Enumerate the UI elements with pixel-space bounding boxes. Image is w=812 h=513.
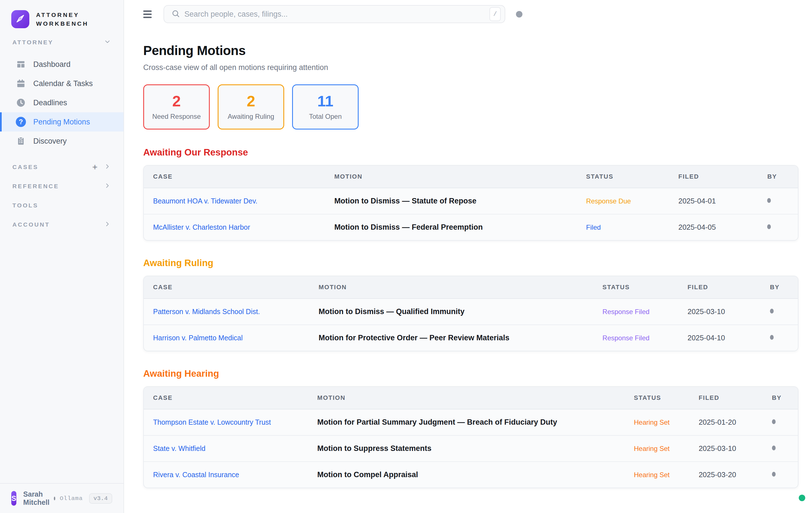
awaiting-ruling-table: CASE MOTION STATUS FILED BY Patterson v.… xyxy=(143,276,799,351)
case-link[interactable]: McAllister v. Charleston Harbor xyxy=(153,223,250,231)
section-heading-awaiting-response: Awaiting Our Response xyxy=(143,147,799,158)
motion-title: Motion to Dismiss — Federal Preemption xyxy=(335,223,483,232)
column-header-status: STATUS xyxy=(593,276,678,299)
sidebar-item-label: Calendar & Tasks xyxy=(33,79,93,88)
table-row[interactable]: Beaumont HOA v. Tidewater Dev. Motion to… xyxy=(144,188,798,214)
clipboard-icon xyxy=(16,136,26,146)
sidebar-item-label: Deadlines xyxy=(33,99,67,107)
sidebar-item-label: Pending Motions xyxy=(33,118,90,127)
table-row[interactable]: McAllister v. Charleston Harbor Motion t… xyxy=(144,214,798,240)
sidebar-nav: Dashboard Calendar & Tasks Deadlines xyxy=(0,55,123,151)
motion-title: Motion to Suppress Statements xyxy=(317,444,431,453)
table-row[interactable]: Rivera v. Coastal Insurance Motion to Co… xyxy=(144,462,798,488)
sidebar-item-pending-motions[interactable]: ? Pending Motions xyxy=(0,112,123,132)
main-content: / Pending Motions Cross-case view of all… xyxy=(124,0,812,513)
search-icon xyxy=(171,9,180,19)
sidebar-item-dashboard[interactable]: Dashboard xyxy=(0,55,123,74)
group-label: REFERENCE xyxy=(12,183,59,190)
app-name: ATTORNEY WORKBENCH xyxy=(36,10,89,28)
app-logo xyxy=(11,10,29,28)
stat-value: 2 xyxy=(172,93,181,109)
hamburger-menu-icon[interactable] xyxy=(143,10,152,18)
chevron-right-icon[interactable] xyxy=(104,220,111,229)
chevron-right-icon[interactable] xyxy=(104,163,111,171)
column-header-motion: MOTION xyxy=(309,276,593,299)
column-header-by: BY xyxy=(758,166,798,188)
motion-title: Motion to Dismiss — Statute of Repose xyxy=(335,197,476,205)
plus-icon[interactable]: + xyxy=(92,163,97,171)
stat-label: Need Response xyxy=(152,113,201,120)
column-header-case: CASE xyxy=(144,387,308,409)
status-badge: Response Due xyxy=(586,197,631,205)
case-link[interactable]: Patterson v. Midlands School Dist. xyxy=(153,307,260,316)
sidebar-item-discovery[interactable]: Discovery xyxy=(0,132,123,151)
stat-card-need-response[interactable]: 2 Need Response xyxy=(143,84,210,130)
sidebar-item-label: Discovery xyxy=(33,137,67,145)
filed-date: 2025-04-10 xyxy=(687,333,725,342)
status-badge: Hearing Set xyxy=(634,471,670,479)
sidebar-section-attorney[interactable]: ATTORNEY xyxy=(0,37,123,48)
case-link[interactable]: Beaumont HOA v. Tidewater Dev. xyxy=(153,197,257,205)
case-link[interactable]: Harrison v. Palmetto Medical xyxy=(153,334,243,342)
sidebar-group-reference[interactable]: REFERENCE xyxy=(0,177,123,196)
status-badge: Response Filed xyxy=(603,308,649,316)
table-row[interactable]: Harrison v. Palmetto Medical Motion for … xyxy=(144,325,798,351)
runtime-label: Ollama xyxy=(60,495,83,502)
connection-status-dot xyxy=(799,495,805,501)
search-input[interactable] xyxy=(184,10,485,19)
stat-card-awaiting-ruling[interactable]: 2 Awaiting Ruling xyxy=(218,84,284,130)
by-avatar-dot xyxy=(767,198,771,203)
page-subtitle: Cross-case view of all open motions requ… xyxy=(143,63,799,72)
motion-title: Motion to Compel Appraisal xyxy=(317,470,418,479)
table-row[interactable]: Patterson v. Midlands School Dist. Motio… xyxy=(144,299,798,325)
section-heading-awaiting-hearing: Awaiting Hearing xyxy=(143,368,799,379)
keyboard-shortcut-chip: / xyxy=(489,7,501,21)
column-header-filed: FILED xyxy=(689,387,763,409)
column-header-by: BY xyxy=(761,276,798,299)
topbar-status-dot xyxy=(516,11,522,18)
case-link[interactable]: Rivera v. Coastal Insurance xyxy=(153,471,239,479)
table-header-row: CASE MOTION STATUS FILED BY xyxy=(144,166,798,188)
column-header-case: CASE xyxy=(144,166,325,188)
user-footer[interactable]: S Sarah Mitchell Ollama v3.4 xyxy=(0,483,123,513)
by-avatar-dot xyxy=(767,224,771,229)
column-header-filed: FILED xyxy=(678,276,760,299)
column-header-motion: MOTION xyxy=(308,387,625,409)
column-header-motion: MOTION xyxy=(325,166,577,188)
group-label: TOOLS xyxy=(12,202,38,209)
table-row[interactable]: State v. Whitfield Motion to Suppress St… xyxy=(144,435,798,462)
status-dot-icon xyxy=(54,497,55,500)
filed-date: 2025-04-01 xyxy=(678,197,716,205)
version-badge: v3.4 xyxy=(89,493,112,504)
filed-date: 2025-03-20 xyxy=(699,470,736,479)
chevron-down-icon xyxy=(104,38,111,47)
stat-card-total-open[interactable]: 11 Total Open xyxy=(292,84,359,130)
filed-date: 2025-04-05 xyxy=(678,223,716,232)
filed-date: 2025-03-10 xyxy=(699,444,736,453)
group-label: CASES xyxy=(12,164,38,170)
case-link[interactable]: State v. Whitfield xyxy=(153,444,206,452)
status-badge: Hearing Set xyxy=(634,418,670,426)
column-header-case: CASE xyxy=(144,276,309,299)
sidebar-group-account[interactable]: ACCOUNT xyxy=(0,215,123,234)
sidebar-item-calendar-tasks[interactable]: Calendar & Tasks xyxy=(0,74,123,93)
sidebar-item-label: Dashboard xyxy=(33,60,70,69)
motion-title: Motion for Partial Summary Judgment — Br… xyxy=(317,418,557,426)
by-avatar-dot xyxy=(770,335,774,340)
sidebar: ATTORNEY WORKBENCH ATTORNEY Dashboard xyxy=(0,0,124,513)
table-header-row: CASE MOTION STATUS FILED BY xyxy=(144,276,798,299)
app-brand: ATTORNEY WORKBENCH xyxy=(0,0,123,28)
awaiting-response-table: CASE MOTION STATUS FILED BY Beaumont HOA… xyxy=(143,165,799,241)
sidebar-item-deadlines[interactable]: Deadlines xyxy=(0,93,123,112)
sidebar-group-cases[interactable]: CASES + xyxy=(0,158,123,177)
table-row[interactable]: Thompson Estate v. Lowcountry Trust Moti… xyxy=(144,409,798,435)
sidebar-group-tools[interactable]: TOOLS xyxy=(0,196,123,215)
chevron-right-icon[interactable] xyxy=(104,182,111,190)
status-badge: Response Filed xyxy=(603,334,649,342)
motion-title: Motion for Protective Order — Peer Revie… xyxy=(319,333,510,342)
by-avatar-dot xyxy=(772,419,776,424)
stats-row: 2 Need Response 2 Awaiting Ruling 11 Tot… xyxy=(143,84,799,130)
calendar-icon xyxy=(16,78,26,89)
page-title: Pending Motions xyxy=(143,43,799,58)
case-link[interactable]: Thompson Estate v. Lowcountry Trust xyxy=(153,418,271,426)
